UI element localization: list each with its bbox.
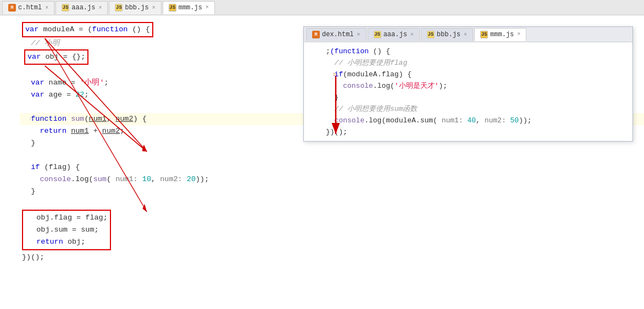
code-token: function: [92, 25, 128, 33]
code-token: })();: [326, 126, 347, 138]
code-line-blank4: [20, 198, 644, 210]
code-token: }: [22, 186, 35, 198]
right-code-line-7: console.log(moduleA.sum( num1: 40, num2:…: [324, 115, 632, 126]
line-gutter: ▷: [20, 113, 37, 125]
code-token: // 小明想要使用sum函数: [326, 103, 417, 115]
tab-aaa-js[interactable]: JS aaa.js ×: [55, 1, 108, 14]
code-token: }: [326, 92, 338, 103]
js-icon: JS: [480, 31, 488, 38]
tab-label: bbb.js: [437, 31, 460, 38]
code-line-if: if (flag) {: [20, 161, 644, 173]
code-token: console.log('小明是天才');: [326, 80, 447, 92]
code-token: // 小明: [22, 37, 60, 49]
code-token: // 小明想要使用flag: [326, 57, 407, 69]
tab-c-html[interactable]: H c.html ×: [2, 1, 54, 14]
tab-bbb-js[interactable]: JS bbb.js ×: [109, 1, 161, 14]
code-token: obj.flag = flag;: [27, 212, 108, 224]
code-token: obj.sum = sum;: [27, 224, 99, 236]
code-token: })();: [22, 251, 45, 263]
js-icon: JS: [62, 4, 69, 12]
close-icon[interactable]: ×: [357, 32, 360, 38]
editor-main: var moduleA = (function () { // 小明 var o…: [0, 15, 644, 309]
right-code-line-5: }: [324, 92, 632, 103]
code-line-objflag: obj.flag = flag;: [25, 212, 108, 224]
right-tab-dex-html[interactable]: H dex.html ×: [306, 28, 367, 41]
right-tab-bbb-js[interactable]: JS bbb.js ×: [421, 28, 473, 41]
code-token: () {: [127, 25, 150, 33]
tab-mmm-js[interactable]: JS mmm.js ×: [163, 1, 215, 14]
right-code-line-6: // 小明想要使用sum函数: [324, 103, 632, 115]
close-icon[interactable]: ×: [152, 5, 156, 11]
js-icon: JS: [169, 4, 176, 12]
code-token: obj = {};: [45, 53, 85, 61]
code-token: return num1 + num2;: [22, 125, 124, 137]
right-code-line-4: console.log('小明是天才');: [324, 80, 632, 92]
tab-label: dex.html: [322, 31, 354, 38]
tab-label: c.html: [18, 4, 42, 12]
code-token: var age = 22;: [22, 89, 89, 101]
code-token: console.log(moduleA.sum( num1: 40, num2:…: [326, 115, 532, 126]
js-icon: JS: [115, 4, 123, 12]
code-token: var name = '小明';: [22, 77, 109, 89]
tab-label: mmm.js: [490, 31, 514, 38]
close-icon[interactable]: ×: [517, 31, 520, 37]
code-line-close2: }: [20, 186, 644, 198]
tab-label: aaa.js: [71, 4, 95, 12]
tab-label: bbb.js: [125, 4, 148, 12]
right-editor-panel: H dex.html × JS aaa.js × JS bbb.js × JS …: [303, 26, 633, 142]
right-code-line-1: ;(function () {: [324, 46, 632, 57]
right-code-line-8: })();: [324, 126, 632, 138]
code-token: return obj;: [27, 236, 85, 248]
close-icon[interactable]: ×: [45, 5, 48, 11]
app-container: H c.html × JS aaa.js × JS bbb.js × JS mm…: [0, 0, 644, 309]
code-line-iife: })();: [20, 251, 644, 263]
code-token: function sum(num1, num2) {: [22, 113, 147, 125]
right-tab-aaa-js[interactable]: JS aaa.js ×: [368, 28, 420, 41]
js-icon: JS: [427, 31, 435, 38]
left-tab-bar: H c.html × JS aaa.js × JS bbb.js × JS mm…: [0, 0, 644, 15]
code-token: var: [27, 53, 45, 61]
close-icon[interactable]: ×: [410, 32, 414, 38]
tab-label: mmm.js: [179, 4, 202, 12]
code-token: moduleA = (: [43, 25, 92, 33]
right-tab-bar: H dex.html × JS aaa.js × JS bbb.js × JS …: [304, 27, 632, 42]
code-token: console.log(sum( num1: 10, num2: 20));: [22, 173, 209, 186]
right-code-line-3: ▷ if(moduleA.flag) {: [324, 69, 632, 80]
close-icon[interactable]: ×: [206, 4, 209, 10]
code-token: ;(function () {: [326, 46, 390, 57]
right-tab-mmm-js[interactable]: JS mmm.js ×: [474, 28, 526, 41]
code-token: }: [22, 137, 35, 149]
right-code-line-2: // 小明想要使用flag: [324, 57, 632, 69]
code-line-blank3: [20, 149, 644, 161]
html-icon: H: [312, 31, 320, 38]
html-icon: H: [8, 4, 16, 12]
code-line-console1: console.log(sum( num1: 10, num2: 20));: [20, 173, 644, 186]
code-line-objsum: obj.sum = sum;: [25, 224, 108, 236]
code-line-returnobj: return obj;: [25, 236, 108, 248]
right-code-area: ;(function () { // 小明想要使用flag ▷ if(modul…: [304, 42, 632, 141]
tab-label: aaa.js: [384, 31, 407, 38]
js-icon: JS: [374, 31, 381, 38]
code-token: if (flag) {: [22, 161, 80, 173]
close-icon[interactable]: ×: [464, 32, 467, 38]
close-icon[interactable]: ×: [98, 5, 102, 11]
line-gutter: ▷: [324, 69, 341, 80]
code-token: var: [25, 25, 43, 33]
